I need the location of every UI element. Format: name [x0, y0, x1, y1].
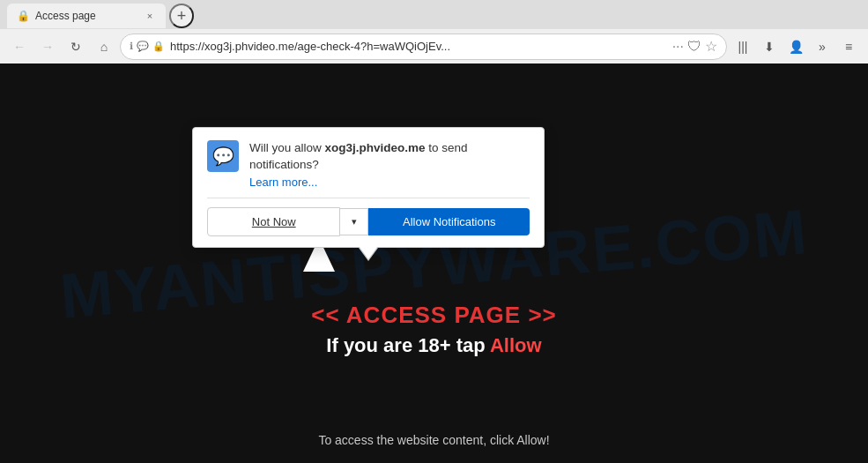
back-button[interactable]: ← — [7, 34, 32, 59]
watermark: MYANTISPYWARE.COM — [0, 63, 868, 463]
heading-chevron-right: >> — [521, 302, 557, 328]
tab-title: Access page — [35, 10, 96, 22]
not-now-button[interactable]: Not Now — [207, 207, 340, 236]
notification-icon: 💬 — [207, 140, 239, 172]
info-icon: ℹ — [130, 41, 133, 52]
tab-favicon: 🔒 — [16, 9, 30, 23]
extensions-icon[interactable]: » — [810, 34, 835, 59]
page-main-content: << ACCESS PAGE >> If you are 18+ tap All… — [0, 302, 868, 357]
downloads-icon[interactable]: ⬇ — [757, 34, 782, 59]
popup-message: Will you allow xog3j.phvideo.me to send … — [249, 140, 530, 174]
tap-allow-word: Allow — [490, 334, 542, 356]
heading-text: ACCESS PAGE — [346, 302, 521, 328]
tab-close-button[interactable]: × — [143, 9, 157, 23]
url-display[interactable]: https://xog3j.phvideo.me/age-check-4?h=w… — [170, 40, 667, 53]
bookmark-icon[interactable]: ☆ — [705, 38, 717, 55]
new-tab-button[interactable]: + — [169, 4, 194, 28]
allow-notifications-button[interactable]: Allow Notifications — [368, 208, 530, 235]
nav-bar: ← → ↻ ⌂ ℹ 💬 🔒 https://xog3j.phvideo.me/a… — [0, 28, 868, 63]
url-text: https://xog3j.phvideo.me/age-check-4?h=w… — [170, 40, 450, 53]
dropdown-chevron-icon: ▾ — [352, 216, 357, 228]
address-bar-security-icons: ℹ 💬 🔒 — [130, 41, 165, 52]
address-bar-right-icons: ··· 🛡 ☆ — [672, 38, 717, 55]
browser-window: 🔒 Access page × + ← → ↻ ⌂ ℹ 💬 🔒 https://… — [0, 0, 868, 63]
bottom-text: To access the website content, click All… — [318, 433, 549, 447]
notification-popup: 💬 Will you allow xog3j.phvideo.me to sen… — [192, 127, 545, 248]
more-options-icon[interactable]: ··· — [672, 39, 684, 55]
active-tab[interactable]: 🔒 Access page × — [7, 4, 166, 28]
refresh-button[interactable]: ↻ — [63, 34, 88, 59]
hamburger-menu-icon[interactable]: ≡ — [836, 34, 861, 59]
tap-allow-text: If you are 18+ tap Allow — [0, 334, 868, 357]
access-page-heading: << ACCESS PAGE >> — [0, 302, 868, 329]
popup-buttons: Not Now ▾ Allow Notifications — [207, 198, 530, 236]
popup-header: 💬 Will you allow xog3j.phvideo.me to sen… — [207, 140, 530, 189]
tab-bar: 🔒 Access page × + — [0, 0, 868, 28]
learn-more-link[interactable]: Learn more... — [249, 175, 530, 189]
home-button[interactable]: ⌂ — [92, 34, 116, 59]
page-content: MYANTISPYWARE.COM 💬 Will you allow xog3j… — [0, 63, 868, 463]
chat-icon: 💬 — [137, 41, 149, 52]
reading-list-icon[interactable]: ||| — [731, 34, 755, 59]
heading-chevron-left: << — [311, 302, 346, 328]
lock-icon: 🔒 — [152, 41, 165, 52]
profile-icon[interactable]: 👤 — [783, 34, 808, 59]
tap-text-prefix: If you are 18+ tap — [326, 334, 490, 356]
forward-button[interactable]: → — [35, 34, 60, 59]
address-bar[interactable]: ℹ 💬 🔒 https://xog3j.phvideo.me/age-check… — [120, 34, 727, 60]
dropdown-button[interactable]: ▾ — [340, 208, 368, 235]
popup-message-container: Will you allow xog3j.phvideo.me to send … — [249, 140, 530, 189]
shield-icon: 🛡 — [687, 39, 701, 55]
popup-pointer — [360, 247, 377, 259]
popup-site-name: xog3j.phvideo.me — [325, 141, 426, 154]
toolbar-right: ||| ⬇ 👤 » ≡ — [731, 34, 861, 59]
popup-message-prefix: Will you allow — [249, 141, 325, 154]
